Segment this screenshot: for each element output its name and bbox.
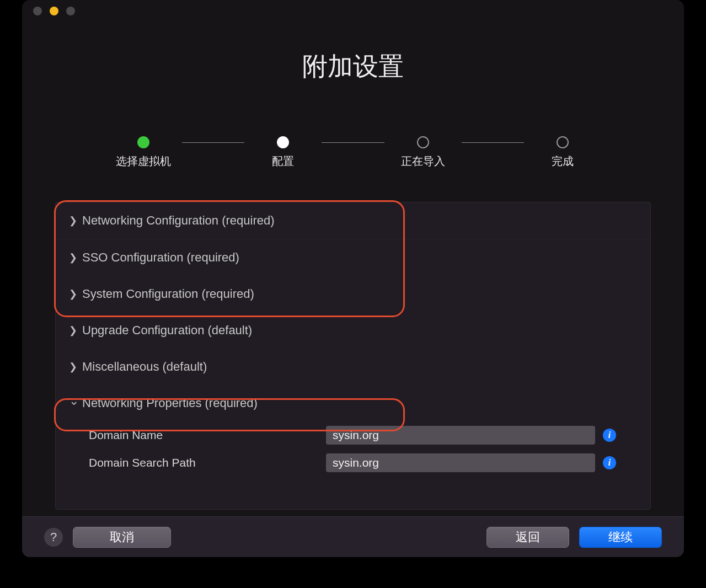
step-line — [322, 142, 384, 143]
footer: ? 取消 返回 继续 — [22, 516, 684, 557]
chevron-right-icon — [69, 252, 77, 264]
step-line — [462, 142, 524, 143]
step-label: 完成 — [552, 154, 574, 169]
back-button[interactable]: 返回 — [486, 527, 569, 548]
cancel-button[interactable]: 取消 — [73, 527, 171, 548]
continue-button[interactable]: 继续 — [579, 527, 662, 548]
chevron-right-icon — [69, 215, 77, 227]
step-circle-active-icon — [277, 136, 289, 148]
chevron-right-icon — [69, 361, 77, 373]
step-circle-pending-icon — [557, 136, 569, 148]
step-label: 配置 — [272, 154, 294, 169]
dialog-window: 附加设置 选择虚拟机 配置 正在导入 完成 Networking Configu… — [22, 0, 684, 557]
section-sso-config[interactable]: SSO Configuration (required) — [56, 239, 650, 276]
step-label: 正在导入 — [401, 154, 445, 169]
titlebar — [22, 0, 684, 22]
form-row-domain-search: Domain Search Path i — [56, 449, 650, 477]
chevron-right-icon — [69, 288, 77, 300]
section-system-config[interactable]: System Configuration (required) — [56, 276, 650, 312]
window-minimize-button[interactable] — [50, 7, 58, 15]
section-miscellaneous[interactable]: Miscellaneous (default) — [56, 349, 650, 385]
domain-name-input[interactable] — [326, 426, 595, 445]
section-label: Networking Configuration (required) — [82, 213, 275, 228]
chevron-right-icon — [69, 324, 77, 336]
step-importing: 正在导入 — [384, 136, 462, 169]
domain-search-label: Domain Search Path — [89, 456, 326, 469]
chevron-down-icon — [69, 396, 77, 410]
stepper: 选择虚拟机 配置 正在导入 完成 — [105, 136, 601, 169]
info-icon[interactable]: i — [603, 456, 616, 469]
step-circle-pending-icon — [417, 136, 429, 148]
window-close-button[interactable] — [33, 7, 42, 15]
section-label: Upgrade Configuration (default) — [82, 323, 252, 338]
step-label: 选择虚拟机 — [116, 154, 171, 169]
section-label: Miscellaneous (default) — [82, 360, 207, 374]
section-label: SSO Configuration (required) — [82, 250, 239, 265]
domain-search-input[interactable] — [326, 453, 595, 472]
section-label: System Configuration (required) — [82, 287, 254, 301]
section-upgrade-config[interactable]: Upgrade Configuration (default) — [56, 312, 650, 349]
window-zoom-button[interactable] — [66, 7, 75, 15]
help-button[interactable]: ? — [44, 528, 63, 547]
step-done: 完成 — [524, 136, 601, 169]
sections-panel: Networking Configuration (required) SSO … — [55, 202, 651, 510]
domain-name-label: Domain Name — [89, 429, 326, 442]
section-networking-props[interactable]: Networking Properties (required) — [56, 385, 650, 421]
step-configure: 配置 — [244, 136, 322, 169]
step-circle-done-icon — [137, 136, 149, 148]
section-networking-config[interactable]: Networking Configuration (required) — [56, 202, 650, 239]
step-select-vm: 选择虚拟机 — [105, 136, 182, 169]
step-line — [182, 142, 244, 143]
page-title: 附加设置 — [22, 50, 684, 84]
form-row-domain-name: Domain Name i — [56, 421, 650, 449]
section-label: Networking Properties (required) — [82, 396, 258, 410]
info-icon[interactable]: i — [603, 429, 616, 442]
